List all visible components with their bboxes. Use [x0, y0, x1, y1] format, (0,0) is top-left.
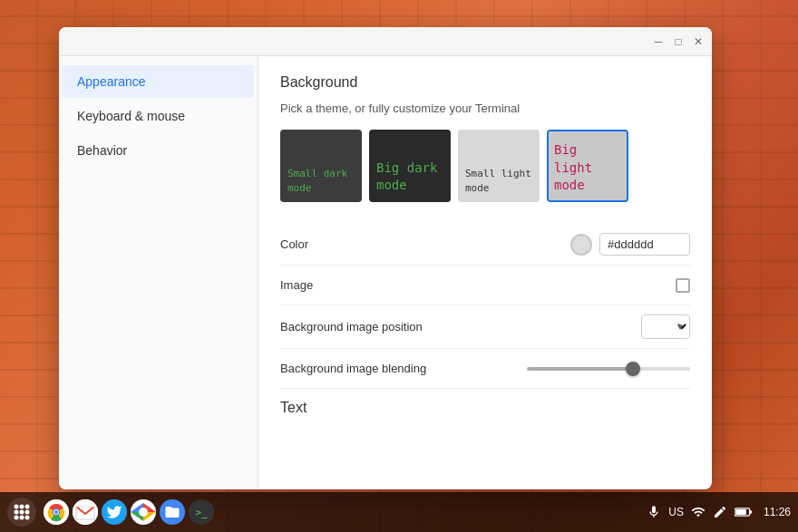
taskbar-system-icons: US 11:26 [647, 505, 791, 519]
slider-track [527, 367, 690, 371]
image-control [676, 278, 690, 293]
color-row: Color [280, 224, 690, 266]
theme-small-dark[interactable]: Small darkmode [280, 130, 362, 202]
text-section-title: Text [280, 400, 690, 416]
image-checkbox[interactable] [676, 278, 690, 293]
close-button[interactable]: ✕ [692, 35, 705, 48]
theme-big-light-label: Big lightmode [554, 141, 621, 195]
sidebar-item-keyboard-mouse[interactable]: Keyboard & mouse [63, 100, 254, 132]
svg-point-2 [25, 505, 30, 509]
region-label: US [668, 506, 684, 518]
settings-window: ─ □ ✕ Appearance Keyboard & mouse Behavi… [59, 27, 712, 489]
color-swatch[interactable] [570, 234, 592, 256]
svg-point-8 [25, 516, 30, 520]
theme-big-dark[interactable]: Big darkmode [369, 130, 451, 202]
launcher-icon [13, 503, 31, 521]
bg-blending-label: Background image blending [280, 362, 527, 375]
sidebar: Appearance Keyboard & mouse Behavior [59, 56, 258, 489]
color-control [570, 233, 690, 256]
bg-blending-control [527, 367, 690, 371]
svg-point-6 [15, 516, 19, 520]
theme-big-light[interactable]: Big lightmode [547, 130, 628, 202]
gmail-app-icon[interactable] [73, 499, 98, 525]
taskbar: >_ US 11:26 [0, 492, 798, 532]
color-label: Color [280, 237, 570, 251]
maximize-button[interactable]: □ [672, 35, 685, 48]
svg-point-5 [25, 510, 30, 515]
title-bar: ─ □ ✕ [59, 27, 712, 56]
settings-icon[interactable] [713, 505, 727, 519]
slider-thumb[interactable] [626, 362, 640, 376]
theme-small-light[interactable]: Small lightmode [458, 130, 540, 202]
photos-app-icon[interactable] [131, 499, 156, 525]
time-label: 11:26 [764, 506, 791, 518]
color-input[interactable] [599, 233, 690, 256]
image-row: Image [280, 266, 690, 305]
chrome-app-icon[interactable] [44, 499, 69, 525]
bg-position-control: ▼ [641, 314, 690, 339]
theme-big-dark-label: Big darkmode [376, 160, 437, 195]
theme-small-dark-label: Small darkmode [287, 167, 347, 195]
svg-rect-19 [750, 510, 753, 513]
mic-icon [647, 505, 661, 519]
svg-rect-18 [735, 509, 746, 515]
svg-point-1 [20, 505, 24, 509]
files-app-icon[interactable] [160, 499, 185, 525]
sidebar-item-behavior[interactable]: Behavior [63, 134, 254, 167]
theme-small-light-label: Small lightmode [465, 167, 531, 195]
svg-point-7 [20, 516, 24, 520]
section-title: Background [280, 74, 690, 91]
taskbar-left [7, 498, 36, 527]
svg-point-0 [15, 505, 19, 509]
main-content: Background Pick a theme, or fully custom… [258, 56, 712, 489]
twitter-app-icon[interactable] [102, 499, 127, 525]
bg-position-dropdown[interactable] [641, 314, 690, 339]
theme-grid: Small darkmode Big darkmode Small lightm… [280, 130, 690, 202]
svg-point-3 [15, 510, 19, 515]
section-subtitle: Pick a theme, or fully customize your Te… [280, 102, 690, 115]
bg-position-row: Background image position ▼ [280, 305, 690, 349]
bg-position-label: Background image position [280, 320, 641, 334]
taskbar-app-icons: >_ [44, 499, 214, 525]
image-label: Image [280, 278, 676, 292]
svg-point-13 [54, 510, 58, 514]
launcher-button[interactable] [7, 498, 36, 527]
svg-point-16 [139, 508, 148, 517]
taskbar-right: US 11:26 [647, 505, 791, 519]
svg-point-4 [20, 510, 24, 515]
battery-icon [735, 506, 753, 518]
blending-slider[interactable] [527, 367, 690, 371]
bg-position-dropdown-wrapper: ▼ [641, 314, 690, 339]
terminal-app-icon[interactable]: >_ [189, 499, 214, 525]
minimize-button[interactable]: ─ [652, 35, 665, 48]
network-icon [691, 505, 706, 519]
content-area: Appearance Keyboard & mouse Behavior Bac… [59, 56, 712, 489]
sidebar-item-appearance[interactable]: Appearance [63, 65, 254, 98]
bg-blending-row: Background image blending [280, 349, 690, 389]
